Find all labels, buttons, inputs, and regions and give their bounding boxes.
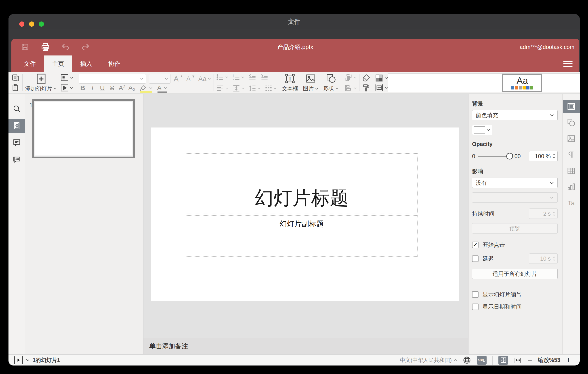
slide-title-text: 幻灯片标题 [255,186,349,213]
theme-gallery: Aa [388,73,580,92]
highlight-color-icon[interactable] [140,84,153,91]
font-name-combo[interactable] [79,74,146,84]
theme-color-swatches [511,86,533,89]
duration-spinner[interactable]: 2 s [529,209,558,219]
fit-to-width-icon[interactable] [514,357,522,363]
bullets-icon[interactable] [217,74,228,80]
shape-label: 形状 [323,85,334,92]
tab-collaboration[interactable]: 协作 [100,55,128,72]
theme-option[interactable] [426,74,464,92]
image-button[interactable]: 图片 [303,73,318,92]
slide-settings-icon[interactable] [563,100,580,113]
opacity-spinner[interactable]: 100 % [529,151,558,161]
background-fill-dropdown[interactable]: 颜色填充 [472,110,558,120]
change-case-icon[interactable]: Aa [198,75,211,83]
slide-theme-color-icon[interactable] [375,74,388,82]
left-sidebar [9,94,25,354]
apply-to-all-slides-button[interactable]: 适用于所有幻灯片 [472,269,558,279]
subscript-icon[interactable]: A₂ [128,84,136,92]
theme-option-selected[interactable]: Aa [502,74,542,92]
text-art-settings-icon[interactable]: Ta [563,197,580,209]
text-box-label: 文本框 [282,85,298,92]
tab-file[interactable]: 文件 [16,55,44,72]
subtitle-placeholder[interactable]: 幻灯片副标题 [186,215,418,257]
slide-position-info: 1的幻灯片1 [33,357,60,364]
spellcheck-language-icon[interactable] [463,356,471,364]
columns-icon[interactable] [265,85,276,92]
menu-icon[interactable] [563,59,573,68]
numbering-icon[interactable]: 123 [232,74,244,80]
start-on-click-label: 开始点击 [483,241,505,249]
horizontal-align-icon[interactable] [217,85,228,92]
language-selector[interactable]: 中文(中华人民共和国) [400,357,457,364]
effect-dropdown[interactable]: 没有 [472,178,558,188]
preview-button[interactable]: 预览 [472,223,558,233]
comments-icon[interactable] [9,136,25,150]
paste-icon[interactable] [12,84,20,92]
underline-icon[interactable]: U [98,84,106,92]
notes-area[interactable]: 单击添加备注 [143,338,468,354]
copy-style-icon[interactable] [362,84,371,92]
show-date-time-label: 显示日期和时间 [483,303,522,310]
chart-settings-icon[interactable] [563,180,580,194]
title-placeholder[interactable]: 幻灯片标题 [186,153,418,213]
strikethrough-icon[interactable]: S [108,84,116,92]
delay-checkbox[interactable] [472,255,479,262]
line-spacing-icon[interactable] [249,85,260,92]
show-date-time-checkbox[interactable] [472,304,479,310]
effect-type-dropdown[interactable] [472,192,558,203]
slide-size-icon[interactable] [375,84,388,92]
opacity-slider[interactable] [478,156,510,157]
background-color-picker[interactable] [472,125,492,135]
slide-layout-icon[interactable] [60,74,73,81]
shape-button[interactable]: 形状 [323,73,339,92]
fit-to-slide-icon[interactable] [498,356,508,365]
increase-font-icon[interactable]: A▲ [174,75,183,83]
slide-thumbnail[interactable] [32,99,135,158]
font-color-icon[interactable]: A [157,84,167,92]
slide-canvas[interactable]: 幻灯片标题 幻灯片副标题 [143,94,468,338]
increase-indent-icon[interactable] [261,74,268,80]
font-size-combo[interactable] [149,74,170,84]
superscript-icon[interactable]: A² [118,84,126,92]
delay-spinner[interactable]: 10 s [529,253,558,264]
start-slideshow-icon[interactable] [60,84,73,92]
chat-icon[interactable] [9,153,25,167]
start-on-click-checkbox[interactable]: ✓ [472,242,479,248]
italic-icon[interactable]: I [89,84,96,92]
tab-insert[interactable]: 插入 [72,55,100,72]
copy-icon[interactable] [12,74,20,82]
arrange-icon[interactable] [345,74,357,81]
slide-page[interactable]: 幻灯片标题 幻灯片副标题 [151,128,459,301]
theme-option[interactable] [464,74,502,92]
theme-option[interactable] [388,74,426,92]
bold-icon[interactable]: B [79,84,86,92]
spell-check-toggle[interactable]: ABC [477,356,487,365]
zoom-out-icon[interactable]: − [527,356,532,364]
opacity-min: 0 [472,153,475,159]
show-slide-number-checkbox[interactable] [472,291,479,298]
shape-settings-icon[interactable] [563,116,580,129]
paragraph-settings-icon[interactable] [563,148,580,161]
slideshow-options-icon[interactable] [26,359,30,361]
effect-label: 影响 [472,167,558,175]
duration-label: 持续时间 [472,210,494,217]
show-slide-number-label: 显示幻灯片编号 [483,291,522,298]
add-slide-button[interactable]: 添加幻灯片 [25,73,57,92]
decrease-font-icon[interactable]: A▼ [187,75,195,82]
slides-panel-icon[interactable] [9,119,25,133]
table-settings-icon[interactable] [563,165,580,177]
vertical-align-icon[interactable] [232,85,244,92]
clear-style-icon[interactable] [362,74,371,82]
start-slideshow-status-icon[interactable] [14,356,23,364]
search-icon[interactable] [9,102,25,116]
text-box-button[interactable]: T 文本框 [282,73,298,92]
opacity-slider-knob[interactable] [506,153,513,159]
decrease-indent-icon[interactable] [249,74,256,80]
tab-home[interactable]: 主页 [44,55,72,72]
theme-option[interactable] [542,74,580,92]
zoom-in-icon[interactable]: + [566,356,571,364]
image-settings-icon[interactable] [563,132,580,145]
theme-preview-text: Aa [516,76,528,86]
align-objects-icon[interactable] [345,84,357,92]
